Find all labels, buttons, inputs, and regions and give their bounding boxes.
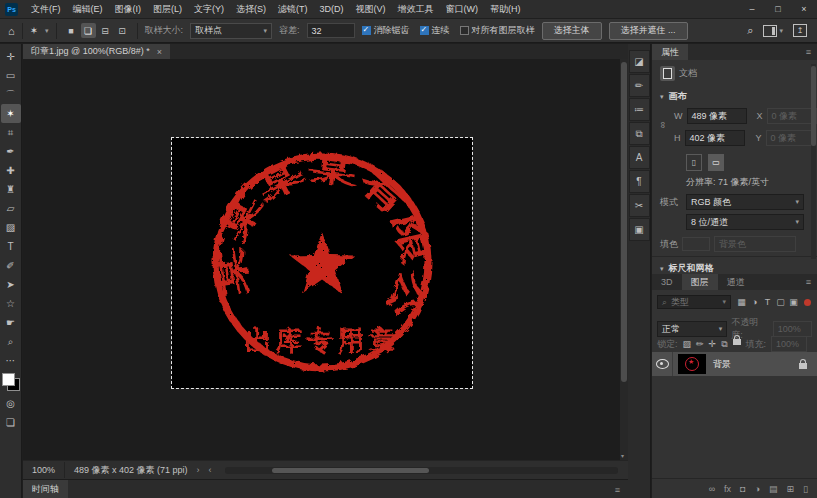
layer-thumbnail[interactable] [678, 354, 706, 374]
menu-item[interactable]: 滤镜(T) [272, 0, 314, 18]
gradient-tool[interactable]: ▨ [1, 218, 21, 237]
panel-icon-libraries[interactable]: ▣ [629, 218, 650, 241]
opacity-field[interactable]: 100% [773, 321, 812, 337]
sample-size-dropdown[interactable]: 取样点 ▾ [190, 23, 272, 39]
adjustment-layer-icon[interactable]: ◑ [755, 484, 760, 494]
timeline-tab[interactable]: 时间轴 [23, 480, 68, 498]
lock-paint-icon[interactable]: ✏ [696, 339, 704, 350]
panel-icon-tool-presets[interactable]: ✂ [629, 194, 650, 217]
width-field[interactable]: 489 像素 [687, 108, 747, 124]
panel-icon-paragraph[interactable]: ¶ [629, 170, 650, 193]
eraser-tool[interactable]: ▱ [1, 199, 21, 218]
maximize-button[interactable]: □ [765, 0, 791, 18]
menu-item[interactable]: 图像(I) [109, 0, 148, 18]
select-subject-button[interactable]: 选择主体 [542, 22, 602, 40]
tolerance-input[interactable]: 32 [307, 23, 355, 38]
eyedropper-tool[interactable]: ✒ [1, 142, 21, 161]
landscape-orientation-icon[interactable]: ▭ [708, 154, 724, 171]
menu-item[interactable]: 选择(S) [230, 0, 272, 18]
menu-item[interactable]: 帮助(H) [484, 0, 527, 18]
layer-row-background[interactable]: 背景 [652, 352, 817, 376]
menu-item[interactable]: 增效工具 [392, 0, 440, 18]
add-to-selection-icon[interactable]: ❏ [81, 23, 96, 38]
quick-mask-icon[interactable]: ◎ [1, 394, 21, 413]
blend-mode-dropdown[interactable]: 正常 ▾ [657, 321, 727, 337]
shape-tool[interactable]: ☆ [1, 294, 21, 313]
panel-icon-adjustments[interactable]: ◪ [629, 50, 650, 73]
document-icon[interactable] [660, 66, 675, 81]
lock-move-icon[interactable]: ✛ [709, 339, 717, 350]
x-field[interactable]: 0 像素 [767, 108, 817, 124]
workspace-switcher[interactable]: ▾ [763, 25, 783, 37]
link-dimensions-icon[interactable]: ∞ [658, 122, 668, 128]
contiguous-checkbox[interactable]: 连续 [420, 24, 450, 37]
new-selection-icon[interactable]: ■ [64, 23, 79, 38]
vertical-scrollbar[interactable]: ▾ [620, 59, 628, 460]
canvas-section-header[interactable]: ▾ 画布 [660, 90, 687, 103]
anti-alias-checkbox[interactable]: 消除锯齿 [362, 24, 410, 37]
magic-wand-tool[interactable]: ✶ [1, 104, 21, 123]
horizontal-scrollbar[interactable] [225, 467, 618, 474]
horizontal-scrollbar-thumb[interactable] [272, 468, 429, 473]
canvas[interactable]: 某某某某有限公司 出库专用章 [23, 59, 620, 460]
sample-all-layers-checkbox[interactable]: 对所有图层取样 [460, 24, 535, 37]
menu-item[interactable]: 3D(D) [314, 0, 350, 18]
lock-transparent-icon[interactable]: ▨ [683, 339, 692, 350]
chevron-down-icon[interactable]: ▾ [45, 27, 49, 35]
link-layers-icon[interactable]: ∞ [709, 484, 715, 494]
layer-effects-icon[interactable]: fx [724, 484, 731, 494]
filter-smart-objects-icon[interactable]: ▣ [787, 297, 800, 307]
panel-menu-icon[interactable]: ≡ [806, 274, 817, 290]
menu-item[interactable]: 视图(V) [350, 0, 392, 18]
hand-tool[interactable]: ☛ [1, 313, 21, 332]
new-layer-icon[interactable]: ⊞ [787, 484, 795, 494]
filter-type-layers-icon[interactable]: T [761, 297, 774, 307]
screen-mode-icon[interactable]: ❏ [1, 413, 21, 432]
vertical-scrollbar-thumb[interactable] [621, 62, 627, 382]
zoom-level[interactable]: 100% [32, 465, 55, 475]
bit-depth-dropdown[interactable]: 8 位/通道 ▾ [686, 214, 804, 230]
path-select-tool[interactable]: ➤ [1, 275, 21, 294]
lock-all-icon[interactable] [733, 339, 741, 345]
properties-scrollbar[interactable] [811, 64, 816, 259]
zoom-tool[interactable]: ⌕ [1, 332, 21, 351]
filter-toggle-icon[interactable] [804, 299, 811, 306]
panel-icon-clone-source[interactable]: ⧉ [629, 122, 650, 145]
subtract-from-selection-icon[interactable]: ⊟ [98, 23, 113, 38]
move-tool[interactable]: ✛ [1, 47, 21, 66]
add-mask-icon[interactable]: ◘ [740, 484, 745, 494]
panel-icon-character[interactable]: A [629, 146, 650, 169]
menu-item[interactable]: 文件(F) [25, 0, 67, 18]
status-chevron-right-icon[interactable]: › [197, 465, 200, 475]
panel-icon-brush-settings[interactable]: ✏ [629, 74, 650, 97]
new-group-icon[interactable]: ▤ [769, 484, 778, 494]
filter-pixel-layers-icon[interactable]: ▦ [735, 297, 748, 307]
status-chevron-left-icon[interactable]: ‹ [209, 465, 212, 475]
filter-adjustment-layers-icon[interactable]: ◑ [748, 297, 761, 307]
tab-3D[interactable]: 3D [652, 274, 682, 290]
type-tool[interactable]: T [1, 237, 21, 256]
portrait-orientation-icon[interactable]: ▯ [686, 154, 702, 171]
search-icon[interactable]: ⌕ [747, 24, 753, 37]
panel-icon-brushes[interactable]: ≔ [629, 98, 650, 121]
intersect-selection-icon[interactable]: ⊡ [115, 23, 130, 38]
layer-filter-search[interactable]: ⌕ 类型 ▾ [657, 295, 731, 309]
panel-menu-icon[interactable]: ≡ [806, 44, 817, 60]
menu-item[interactable]: 文字(Y) [188, 0, 230, 18]
lock-artboard-icon[interactable]: ⧉ [721, 339, 727, 350]
color-swatches[interactable] [2, 373, 20, 391]
delete-layer-icon[interactable]: ▯ [803, 484, 808, 494]
height-field[interactable]: 402 像素 [685, 130, 745, 146]
menu-item[interactable]: 编辑(E) [67, 0, 109, 18]
close-icon[interactable]: × [157, 47, 162, 57]
mode-dropdown[interactable]: RGB 颜色 ▾ [686, 194, 804, 210]
scroll-down-arrow-icon[interactable]: ▾ [621, 452, 624, 459]
menu-item[interactable]: 图层(L) [147, 0, 188, 18]
home-icon[interactable]: ⌂ [8, 25, 15, 37]
stamp-image[interactable]: 某某某某有限公司 出库专用章 [172, 138, 472, 388]
tab-通道[interactable]: 通道 [718, 274, 754, 290]
tab-图层[interactable]: 图层 [682, 274, 718, 290]
fill-swatch[interactable] [682, 237, 710, 251]
document-tab[interactable]: 印章1.jpg @ 100%(RGB/8#) * × [23, 44, 170, 59]
pen-tool[interactable]: ✐ [1, 256, 21, 275]
